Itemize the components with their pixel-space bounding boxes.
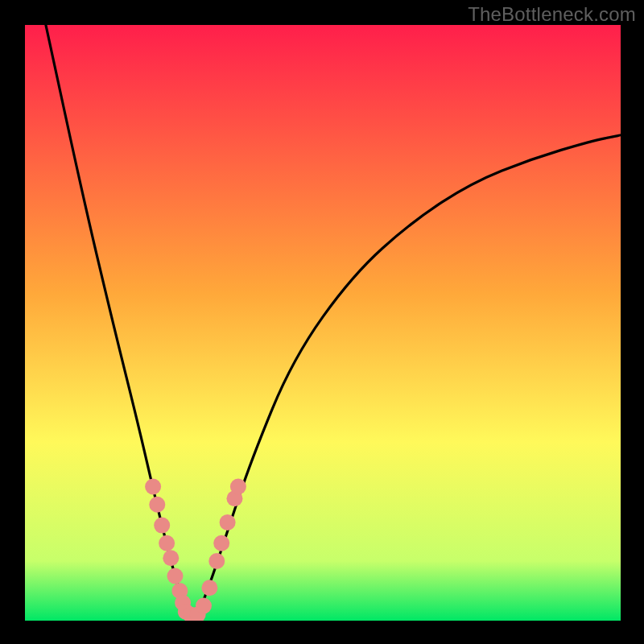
- sample-dot: [213, 535, 229, 551]
- sample-dot: [196, 598, 212, 614]
- sample-dot: [149, 497, 165, 513]
- watermark-text: TheBottleneck.com: [468, 3, 636, 26]
- chart-frame: TheBottleneck.com: [0, 0, 644, 644]
- chart-svg: [25, 25, 621, 621]
- sample-dot: [208, 553, 225, 569]
- sample-dot: [230, 479, 246, 495]
- plot-area: [25, 25, 621, 621]
- sample-dot: [167, 568, 183, 584]
- sample-dot: [163, 550, 179, 566]
- sample-dot: [159, 535, 175, 551]
- sample-dot: [220, 514, 236, 530]
- sample-dot: [201, 580, 217, 596]
- sample-dot: [145, 479, 161, 495]
- sample-dot: [154, 518, 170, 534]
